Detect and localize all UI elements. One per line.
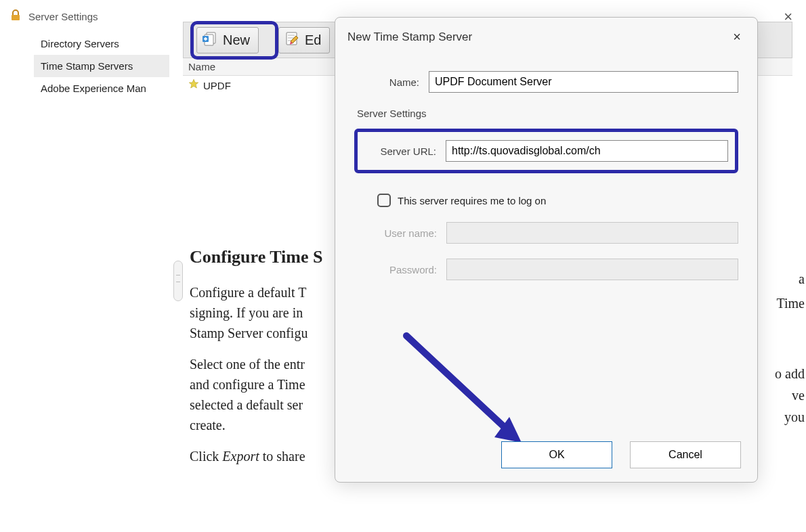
username-label: User name: [366,227,446,239]
window-title-text: Server Settings [28,11,98,22]
sidebar-item-label: Directory Servers [41,38,119,49]
username-input [446,222,738,244]
svg-rect-0 [12,15,20,20]
dialog-title: New Time Stamp Server [347,30,472,44]
server-url-input[interactable] [446,140,728,162]
name-label: Name: [354,76,429,88]
logon-checkbox-label: This server requires me to log on [398,195,546,206]
splitter-handle[interactable] [173,261,183,301]
new-button-label: New [223,32,250,48]
server-settings-group-label: Server Settings [357,108,738,119]
sidebar-item-time-stamp-servers[interactable]: Time Stamp Servers [34,55,169,77]
star-icon [188,79,199,92]
export-text: Export [222,449,259,464]
pencil-document-icon [283,30,299,50]
edit-button[interactable]: Ed [278,27,330,53]
ok-button[interactable]: OK [501,441,612,468]
sidebar-item-adobe-experience-manager[interactable]: Adobe Experience Man [34,77,169,99]
checkbox-empty-icon [377,194,391,207]
sidebar-item-label: Time Stamp Servers [41,60,133,72]
new-button[interactable]: New [196,27,259,53]
plus-document-icon [201,30,217,50]
background-text-fragment: a Time o add ve you [757,268,805,428]
server-url-label: Server URL: [364,146,446,157]
password-input [446,259,738,280]
svg-line-5 [406,336,508,430]
password-label: Password: [366,264,446,275]
svg-marker-6 [494,417,522,443]
name-input[interactable] [429,71,738,93]
sidebar: Directory Servers Time Stamp Servers Ado… [34,32,169,99]
logon-checkbox-row[interactable]: This server requires me to log on [377,194,738,207]
sidebar-item-label: Adobe Experience Man [41,83,146,94]
lock-icon [9,9,22,24]
window-title: Server Settings [9,9,98,24]
annotation-highlight-url: Server URL: [354,129,738,173]
annotation-arrow [400,329,542,458]
close-icon: × [733,29,741,44]
new-time-stamp-server-dialog: New Time Stamp Server × Name: Server Set… [335,17,758,483]
cancel-button[interactable]: Cancel [630,441,741,468]
annotation-highlight-new: New [190,21,278,60]
list-item-label: UPDF [203,80,231,91]
dialog-close-button[interactable]: × [729,27,745,47]
sidebar-item-directory-servers[interactable]: Directory Servers [34,32,169,55]
edit-button-label: Ed [305,32,321,48]
